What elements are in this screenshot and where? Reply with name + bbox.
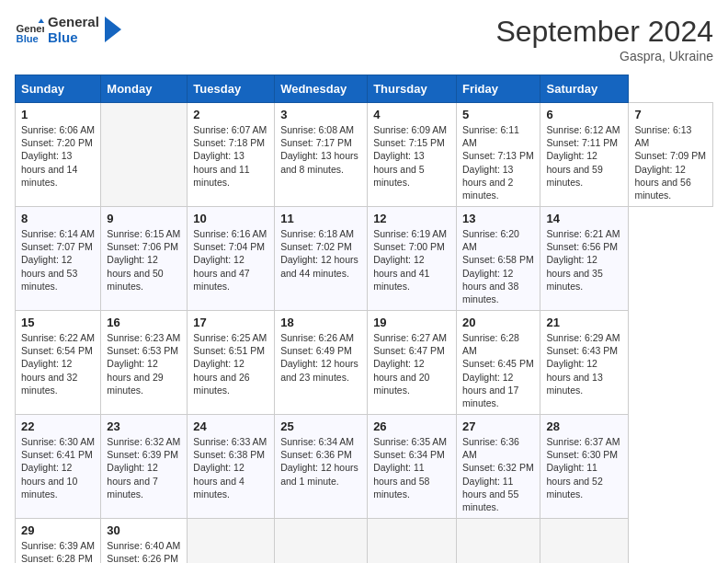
day-info: Sunrise: 6:29 AMSunset: 6:43 PMDaylight:… (546, 331, 622, 396)
day-number: 25 (280, 419, 361, 433)
day-number: 17 (193, 316, 268, 329)
day-number: 14 (546, 212, 622, 225)
calendar-cell-22: 22 Sunrise: 6:30 AMSunset: 6:41 PMDaylig… (16, 415, 101, 519)
day-number: 16 (107, 316, 181, 329)
calendar-cell-15: 15 Sunrise: 6:22 AMSunset: 6:54 PMDaylig… (16, 311, 101, 415)
day-info: Sunrise: 6:19 AMSunset: 7:00 PMDaylight:… (373, 227, 450, 293)
day-info: Sunrise: 6:07 AMSunset: 7:18 PMDaylight:… (193, 123, 268, 189)
day-info: Sunrise: 6:23 AMSunset: 6:53 PMDaylight:… (107, 331, 181, 396)
day-number: 9 (107, 212, 181, 225)
calendar-cell-13: 13 Sunrise: 6:20 AMSunset: 6:58 PMDaylig… (457, 207, 540, 311)
weekday-header-saturday: Saturday (540, 75, 629, 103)
day-number: 2 (193, 108, 268, 121)
svg-text:General: General (17, 22, 44, 33)
calendar-cell-20: 20 Sunrise: 6:28 AMSunset: 6:45 PMDaylig… (457, 311, 540, 415)
weekday-header-friday: Friday (457, 75, 540, 103)
calendar-cell-26: 26 Sunrise: 6:35 AMSunset: 6:34 PMDaylig… (368, 415, 457, 519)
day-info: Sunrise: 6:25 AMSunset: 6:51 PMDaylight:… (193, 331, 268, 396)
title-block: September 2024 Gaspra, Ukraine (495, 15, 713, 63)
day-number: 28 (546, 419, 622, 433)
day-number: 4 (373, 108, 450, 121)
calendar-cell-7: 7 Sunrise: 6:13 AMSunset: 7:09 PMDayligh… (629, 103, 713, 207)
calendar-table: SundayMondayTuesdayWednesdayThursdayFrid… (15, 75, 713, 563)
calendar-cell-28: 28 Sunrise: 6:37 AMSunset: 6:30 PMDaylig… (540, 415, 629, 519)
day-number: 26 (373, 419, 450, 433)
calendar-cell-25: 25 Sunrise: 6:34 AMSunset: 6:36 PMDaylig… (275, 415, 368, 519)
logo-line1: General (48, 15, 99, 30)
calendar-cell-24: 24 Sunrise: 6:33 AMSunset: 6:38 PMDaylig… (188, 415, 275, 519)
day-number: 1 (21, 108, 95, 121)
calendar-cell-18: 18 Sunrise: 6:26 AMSunset: 6:49 PMDaylig… (275, 311, 368, 415)
calendar-cell-3: 3 Sunrise: 6:08 AMSunset: 7:17 PMDayligh… (275, 103, 368, 207)
page-header: General Blue General Blue September 2024… (15, 15, 713, 63)
week-row-2: 8 Sunrise: 6:14 AMSunset: 7:07 PMDayligh… (16, 207, 713, 311)
day-number: 21 (546, 316, 622, 329)
day-number: 10 (193, 212, 268, 225)
svg-text:Blue: Blue (17, 32, 39, 43)
weekday-header-sunday: Sunday (16, 75, 101, 103)
week-row-4: 22 Sunrise: 6:30 AMSunset: 6:41 PMDaylig… (16, 415, 713, 519)
day-info: Sunrise: 6:22 AMSunset: 6:54 PMDaylight:… (21, 331, 95, 396)
day-number: 6 (546, 108, 622, 121)
svg-marker-3 (105, 17, 121, 42)
month-title: September 2024 (495, 15, 713, 49)
logo-arrow-icon (105, 17, 121, 42)
weekday-header-thursday: Thursday (368, 75, 457, 103)
day-info: Sunrise: 6:34 AMSunset: 6:36 PMDaylight:… (280, 435, 361, 488)
calendar-cell-19: 19 Sunrise: 6:27 AMSunset: 6:47 PMDaylig… (368, 311, 457, 415)
day-info: Sunrise: 6:18 AMSunset: 7:02 PMDaylight:… (280, 227, 361, 280)
weekday-header-wednesday: Wednesday (275, 75, 368, 103)
day-number: 18 (280, 316, 361, 329)
day-info: Sunrise: 6:27 AMSunset: 6:47 PMDaylight:… (373, 331, 450, 396)
day-info: Sunrise: 6:33 AMSunset: 6:38 PMDaylight:… (193, 435, 268, 500)
calendar-cell-empty (540, 519, 629, 563)
calendar-cell-29: 29 Sunrise: 6:39 AMSunset: 6:28 PMDaylig… (16, 519, 101, 563)
day-number: 7 (634, 108, 707, 121)
calendar-cell-12: 12 Sunrise: 6:19 AMSunset: 7:00 PMDaylig… (368, 207, 457, 311)
day-info: Sunrise: 6:40 AMSunset: 6:26 PMDaylight:… (107, 539, 181, 563)
calendar-cell-5: 5 Sunrise: 6:11 AMSunset: 7:13 PMDayligh… (457, 103, 540, 207)
day-info: Sunrise: 6:09 AMSunset: 7:15 PMDaylight:… (373, 123, 450, 189)
calendar-cell-9: 9 Sunrise: 6:15 AMSunset: 7:06 PMDayligh… (101, 207, 188, 311)
calendar-cell-16: 16 Sunrise: 6:23 AMSunset: 6:53 PMDaylig… (101, 311, 188, 415)
day-number: 8 (21, 212, 95, 225)
day-info: Sunrise: 6:16 AMSunset: 7:04 PMDaylight:… (193, 227, 268, 293)
calendar-cell-21: 21 Sunrise: 6:29 AMSunset: 6:43 PMDaylig… (540, 311, 629, 415)
day-info: Sunrise: 6:08 AMSunset: 7:17 PMDaylight:… (280, 123, 361, 176)
day-number: 23 (107, 419, 181, 433)
calendar-cell-2: 2 Sunrise: 6:07 AMSunset: 7:18 PMDayligh… (188, 103, 275, 207)
calendar-cell-14: 14 Sunrise: 6:21 AMSunset: 6:56 PMDaylig… (540, 207, 629, 311)
logo-icon: General Blue (15, 16, 44, 45)
calendar-cell-23: 23 Sunrise: 6:32 AMSunset: 6:39 PMDaylig… (101, 415, 188, 519)
day-number: 20 (462, 316, 534, 329)
day-info: Sunrise: 6:36 AMSunset: 6:32 PMDaylight:… (462, 435, 534, 513)
week-row-3: 15 Sunrise: 6:22 AMSunset: 6:54 PMDaylig… (16, 311, 713, 415)
svg-marker-2 (39, 18, 44, 23)
calendar-cell-4: 4 Sunrise: 6:09 AMSunset: 7:15 PMDayligh… (368, 103, 457, 207)
day-number: 13 (462, 212, 534, 225)
calendar-cell-1: 1 Sunrise: 6:06 AMSunset: 7:20 PMDayligh… (16, 103, 101, 207)
calendar-cell-empty (101, 103, 188, 207)
day-info: Sunrise: 6:28 AMSunset: 6:45 PMDaylight:… (462, 331, 534, 409)
day-info: Sunrise: 6:14 AMSunset: 7:07 PMDaylight:… (21, 227, 95, 293)
day-info: Sunrise: 6:15 AMSunset: 7:06 PMDaylight:… (107, 227, 181, 293)
day-info: Sunrise: 6:37 AMSunset: 6:30 PMDaylight:… (546, 435, 622, 500)
day-info: Sunrise: 6:21 AMSunset: 6:56 PMDaylight:… (546, 227, 622, 293)
weekday-header-row: SundayMondayTuesdayWednesdayThursdayFrid… (16, 75, 713, 103)
day-number: 11 (280, 212, 361, 225)
day-info: Sunrise: 6:32 AMSunset: 6:39 PMDaylight:… (107, 435, 181, 500)
location-subtitle: Gaspra, Ukraine (495, 49, 713, 63)
calendar-cell-30: 30 Sunrise: 6:40 AMSunset: 6:26 PMDaylig… (101, 519, 188, 563)
day-number: 15 (21, 316, 95, 329)
day-number: 27 (462, 419, 534, 433)
day-number: 19 (373, 316, 450, 329)
day-number: 24 (193, 419, 268, 433)
day-info: Sunrise: 6:06 AMSunset: 7:20 PMDaylight:… (21, 123, 95, 189)
day-info: Sunrise: 6:11 AMSunset: 7:13 PMDaylight:… (462, 123, 534, 201)
day-number: 12 (373, 212, 450, 225)
calendar-cell-10: 10 Sunrise: 6:16 AMSunset: 7:04 PMDaylig… (188, 207, 275, 311)
day-number: 3 (280, 108, 361, 121)
calendar-cell-empty (275, 519, 368, 563)
logo: General Blue General Blue (15, 15, 121, 45)
calendar-cell-27: 27 Sunrise: 6:36 AMSunset: 6:32 PMDaylig… (457, 415, 540, 519)
